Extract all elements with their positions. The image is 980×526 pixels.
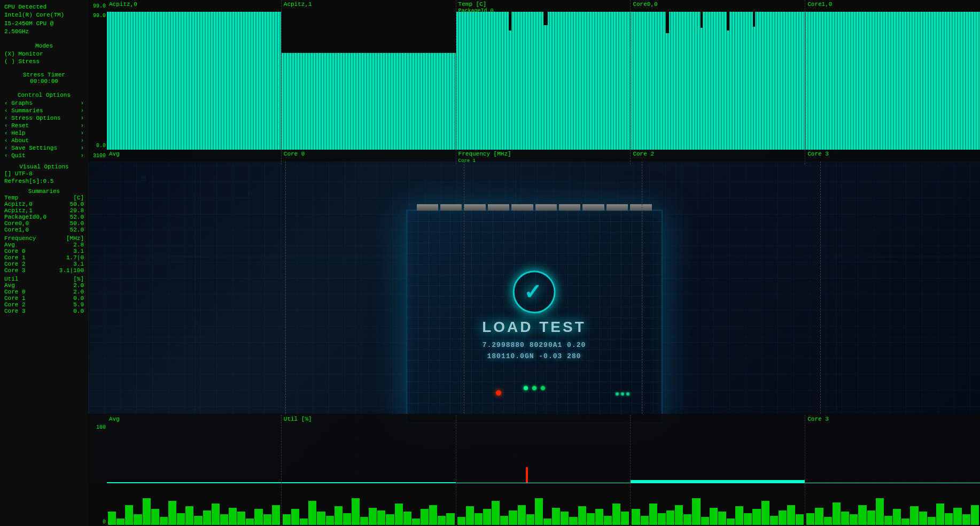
menu-summaries[interactable]: ‹ Summaries › — [0, 107, 88, 114]
bottom-bar-item — [971, 505, 979, 525]
bottom-bar-item — [254, 509, 262, 525]
cpu-name: Intel(R) Core(TM) — [4, 11, 84, 19]
main-content: 99.0 Acpitz,0 Acpitz,1 Temp [C]PackageId… — [88, 0, 980, 526]
menu-quit[interactable]: ‹ Quit › — [0, 152, 88, 159]
menu-about-arrow: › — [80, 137, 84, 144]
bottom-bar-item — [108, 512, 116, 525]
cpu-detected-label: CPU Detected — [4, 3, 84, 11]
util-core1: Core 10.0 — [0, 295, 88, 301]
bottom-bar-item — [666, 510, 674, 525]
bottom-bar-item — [578, 506, 586, 525]
bottom-bar-item — [395, 504, 403, 525]
bottom-bar-item — [509, 510, 517, 525]
util-chart-col-1 — [456, 424, 631, 483]
bottom-bar-item — [317, 512, 325, 525]
bottom-bar-item — [604, 516, 612, 525]
temp-label: Temp — [4, 195, 18, 201]
bottom-bar-item — [910, 506, 918, 525]
menu-help-arrow: › — [80, 130, 84, 136]
menu-reset-label: ‹ Reset — [4, 122, 29, 129]
bottom-bar-item — [220, 514, 228, 525]
temp-chart-col-1 — [282, 12, 456, 150]
bottom-bar-item — [212, 504, 220, 525]
bottom-bar-col-0 — [107, 483, 282, 526]
bottom-bar-item — [500, 516, 508, 525]
bottom-bar-item — [343, 513, 351, 525]
bottom-bar-item — [770, 516, 778, 525]
util-chart-col-avg — [107, 424, 282, 483]
bottom-bar-item — [744, 513, 752, 525]
menu-save-settings[interactable]: ‹ Save Settings › — [0, 144, 88, 152]
temp-core0: Core0,050.0 — [0, 220, 88, 227]
bottom-bar-item — [621, 512, 629, 525]
bottom-bar-item — [683, 514, 691, 525]
util-chart-section: Avg Util [%] Core 3 100 — [88, 414, 980, 483]
bottom-bar-item — [369, 508, 377, 525]
temp-core1: Core1,052.0 — [0, 227, 88, 233]
util-section-label: Util [%] — [282, 415, 456, 423]
bottom-bar-item — [552, 508, 560, 525]
bottom-bar-item — [475, 513, 483, 525]
bottom-bar-item — [850, 514, 858, 525]
checkmark-icon: ✓ — [524, 280, 544, 304]
bottom-bar-item — [945, 513, 953, 525]
bottom-bar-item — [151, 509, 159, 525]
bottom-bar-item — [884, 516, 892, 525]
bottom-bar-item — [526, 514, 534, 525]
menu-help-label: ‹ Help — [4, 130, 26, 136]
freq-avg: Avg2.8 — [0, 242, 88, 248]
menu-save-label: ‹ Save Settings — [4, 145, 57, 151]
modes-label: Modes — [0, 43, 88, 49]
menu-graphs[interactable]: ‹ Graphs › — [0, 99, 88, 107]
bottom-bar-item — [386, 514, 394, 525]
bottom-bar-item — [360, 517, 368, 525]
bottom-bar-item — [675, 505, 683, 525]
bottom-bar-col-1 — [282, 483, 456, 526]
bottom-bar-item — [446, 513, 454, 525]
temp-chart-col-2 — [456, 12, 631, 150]
bottom-bar-item — [561, 512, 569, 525]
bottom-bar-item — [291, 509, 299, 525]
freq-core1: Core 11.7|0 — [0, 254, 88, 261]
util-col-blank — [456, 415, 631, 423]
visual-utf: [] UTF-8 — [0, 170, 88, 177]
menu-summaries-label: ‹ Summaries — [4, 107, 43, 114]
freq-col-0: Core 0 — [282, 150, 456, 165]
menu-reset[interactable]: ‹ Reset › — [0, 122, 88, 129]
bottom-bar-item — [901, 519, 909, 525]
bottom-bar-item — [492, 501, 500, 525]
freq-col-avg: Avg — [107, 150, 282, 165]
temp-y-max: 99.0 — [88, 3, 107, 9]
bottom-bar-item — [641, 516, 649, 525]
red-indicator — [496, 390, 501, 396]
bottom-bar-item — [936, 504, 944, 525]
bottom-bar-item — [718, 512, 726, 525]
menu-help[interactable]: ‹ Help › — [0, 129, 88, 137]
visual-refresh: Refresh[s]:0.5 — [0, 177, 88, 185]
bottom-bar-item — [352, 498, 360, 525]
menu-summaries-arrow: › — [80, 107, 84, 114]
bottom-bar-item — [438, 516, 446, 525]
bottom-bar-item — [919, 512, 927, 525]
bottom-bar-item — [796, 514, 804, 525]
menu-quit-label: ‹ Quit — [4, 152, 26, 159]
bottom-bar-item — [710, 508, 718, 525]
menu-stress-options[interactable]: ‹ Stress Options › — [0, 114, 88, 122]
bottom-bar-item — [134, 514, 142, 525]
bottom-bar-item — [518, 505, 526, 525]
menu-about[interactable]: ‹ About › — [0, 137, 88, 144]
util-chart-col-2 — [631, 424, 805, 483]
mode-stress[interactable]: ( ) Stress — [0, 58, 88, 65]
bottom-bar-col-3 — [631, 483, 805, 526]
load-test-title: LOAD TEST — [482, 319, 586, 336]
temp-chart-col-0 — [107, 12, 282, 150]
load-test-line2: 180110.0GN -0.03 280 — [482, 351, 586, 362]
bottom-bar-item — [761, 501, 769, 525]
bottom-bar-item — [483, 509, 491, 525]
temp-unit: [C] — [73, 195, 84, 201]
bottom-bar-col-2 — [456, 483, 631, 526]
freq-section-label: Frequency [MHz]Core 1 — [456, 150, 631, 165]
chip-pins-top — [417, 204, 652, 211]
bottom-bar-item — [421, 509, 429, 525]
mode-monitor[interactable]: (X) Monitor — [0, 50, 88, 58]
